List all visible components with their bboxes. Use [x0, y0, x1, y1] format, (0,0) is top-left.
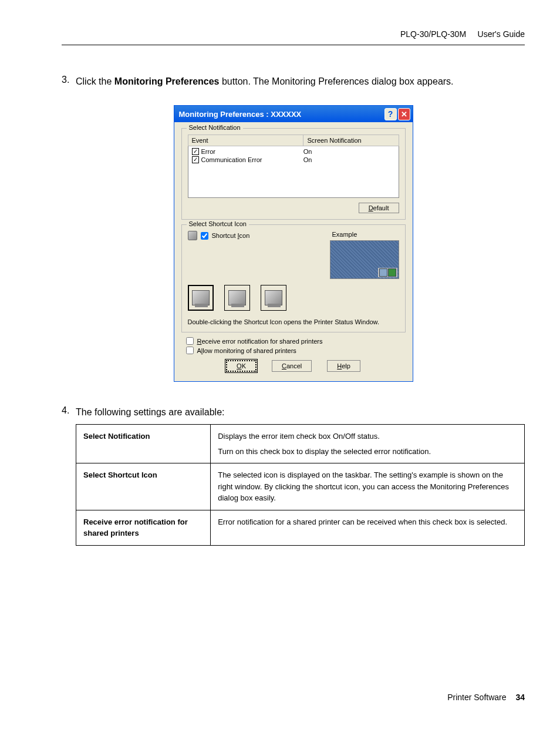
row-error-label: Error — [201, 148, 215, 155]
select-shortcut-icon-group: Select Shortcut Icon Shortcut Icon Examp… — [181, 224, 406, 332]
step-4-number: 4. — [62, 405, 76, 546]
row-error-value: On — [303, 148, 395, 155]
receive-error-label: Receive error notification for shared pr… — [197, 338, 323, 345]
tray-printer-icon — [388, 268, 396, 277]
help-button[interactable]: Help — [327, 360, 360, 372]
step-3-number: 3. — [62, 75, 76, 89]
row2-label: Select Shortcut Icon — [76, 463, 211, 510]
tray-speaker-icon — [379, 268, 387, 277]
titlebar-close-button[interactable]: ✕ — [398, 108, 410, 120]
checkbox-icon: ✓ — [192, 148, 199, 155]
step-3-prefix: Click the — [76, 76, 114, 86]
page-header: PLQ-30/PLQ-30M User's Guide — [0, 0, 560, 45]
allow-monitoring-label: Allow monitoring of shared printers — [197, 347, 296, 354]
row1-label: Select Notification — [76, 425, 211, 463]
table-row: Receive error notification for shared pr… — [76, 510, 525, 545]
printer-icon — [228, 290, 246, 305]
row-comm-error-label: Communication Error — [201, 156, 262, 163]
table-row: Select Shortcut Icon The selected icon i… — [76, 463, 525, 510]
shortcut-icon-checkbox[interactable] — [201, 232, 208, 240]
select-shortcut-icon-title: Select Shortcut Icon — [187, 220, 249, 227]
icon-choice-1[interactable] — [188, 285, 214, 311]
default-button[interactable]: Default — [359, 203, 399, 213]
step-3-suffix: button. The Monitoring Preferences dialo… — [220, 76, 454, 86]
notification-list-header: Event Screen Notification — [188, 135, 399, 146]
row-comm-error-value: On — [303, 156, 395, 163]
table-row: Select Notification Displays the error i… — [76, 425, 525, 463]
row1-desc: Displays the error item check box On/Off… — [211, 425, 525, 463]
receive-error-row: Receive error notification for shared pr… — [186, 337, 406, 345]
step-4-text: The following settings are available: — [76, 405, 525, 419]
icon-choice-3[interactable] — [261, 285, 286, 311]
select-notification-title: Select Notification — [187, 124, 243, 131]
row3-label: Receive error notification for shared pr… — [76, 510, 211, 545]
row3-desc: Error notification for a shared printer … — [211, 510, 525, 545]
dialog-titlebar: Monitoring Preferences : XXXXXX ? ✕ — [174, 106, 413, 122]
notification-list[interactable]: ✓Error On ✓Communication Error On — [188, 146, 399, 198]
product-name: PLQ-30/PLQ-30M — [400, 29, 466, 39]
footer-page: 34 — [515, 693, 525, 702]
row1-line2: Turn on this check box to display the se… — [218, 446, 517, 458]
step-3-text: Click the Monitoring Preferences button.… — [76, 75, 454, 89]
step-3: 3. Click the Monitoring Preferences butt… — [62, 75, 525, 89]
select-notification-group: Select Notification Event Screen Notific… — [181, 128, 406, 220]
col-screen-notification: Screen Notification — [303, 135, 398, 146]
printer-icon — [265, 290, 282, 305]
settings-table: Select Notification Displays the error i… — [76, 424, 525, 546]
receive-error-checkbox[interactable] — [186, 337, 194, 345]
page-footer: Printer Software 34 — [0, 693, 560, 725]
row2-desc: The selected icon is displayed on the ta… — [211, 463, 525, 510]
example-tray — [378, 268, 397, 277]
ok-button[interactable]: OK — [226, 360, 257, 372]
example-preview — [330, 240, 399, 279]
allow-monitoring-row: Allow monitoring of shared printers — [186, 347, 406, 354]
notification-row-comm-error[interactable]: ✓Communication Error On — [188, 156, 399, 164]
shortcut-hint: Double-clicking the Shortcut Icon opens … — [188, 318, 399, 326]
printer-icon — [192, 290, 210, 305]
printer-small-icon — [188, 231, 197, 240]
cancel-button[interactable]: Cancel — [272, 360, 312, 372]
shortcut-icon-label: Shortcut Icon — [212, 232, 250, 239]
dialog-title: Monitoring Preferences : XXXXXX — [179, 110, 384, 119]
titlebar-help-button[interactable]: ? — [384, 108, 397, 120]
step-3-bold: Monitoring Preferences — [114, 76, 220, 86]
notification-row-error[interactable]: ✓Error On — [188, 147, 399, 156]
col-event: Event — [188, 135, 304, 146]
icon-choice-2[interactable] — [224, 285, 250, 311]
allow-monitoring-checkbox[interactable] — [186, 347, 194, 354]
guide-name: User's Guide — [478, 29, 525, 39]
step-4: 4. The following settings are available:… — [62, 405, 525, 546]
example-label: Example — [330, 231, 399, 238]
monitoring-preferences-dialog: Monitoring Preferences : XXXXXX ? ✕ Sele… — [174, 105, 413, 382]
row1-line1: Displays the error item check box On/Off… — [218, 431, 517, 442]
icon-choices — [188, 285, 399, 311]
footer-section: Printer Software — [447, 693, 506, 702]
checkbox-icon: ✓ — [192, 156, 199, 163]
